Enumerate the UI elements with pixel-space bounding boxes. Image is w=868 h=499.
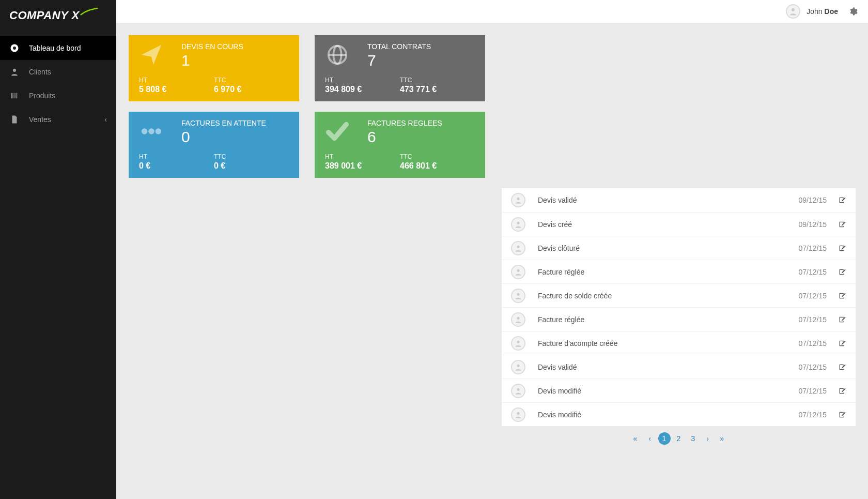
user-icon bbox=[9, 67, 20, 77]
activity-item[interactable]: Facture de solde créée07/12/15 bbox=[502, 283, 856, 307]
file-icon bbox=[9, 114, 20, 125]
pagination-last[interactable]: » bbox=[716, 432, 729, 445]
edit-icon[interactable] bbox=[838, 315, 846, 324]
svg-point-8 bbox=[517, 364, 519, 367]
activity-date: 09/12/15 bbox=[799, 220, 827, 229]
pagination-page-3[interactable]: 3 bbox=[687, 432, 700, 445]
pagination-prev[interactable]: ‹ bbox=[644, 432, 656, 445]
edit-icon[interactable] bbox=[838, 411, 846, 419]
svg-point-10 bbox=[517, 412, 519, 414]
activity-avatar bbox=[511, 360, 525, 374]
activity-avatar bbox=[511, 193, 525, 207]
kpi-cards: DEVIS EN COURS1HT5 808 €TTC6 970 €TOTAL … bbox=[129, 35, 503, 188]
kpi-card-title: FACTURES EN ATTENTE bbox=[181, 119, 266, 127]
kpi-stat: TTC466 801 € bbox=[400, 153, 475, 171]
activity-item[interactable]: Facture réglée07/12/15 bbox=[502, 260, 856, 283]
activity-item[interactable]: Facture d'acompte créée07/12/15 bbox=[502, 331, 856, 355]
activity-item[interactable]: Facture réglée07/12/15 bbox=[502, 307, 856, 331]
activity-title: Devis modifié bbox=[538, 411, 799, 419]
kpi-card-factures-en-attente[interactable]: FACTURES EN ATTENTE0HT0 €TTC0 € bbox=[129, 112, 299, 178]
globe-icon bbox=[325, 42, 350, 67]
activity-date: 07/12/15 bbox=[799, 411, 827, 419]
svg-point-0 bbox=[792, 8, 795, 11]
svg-point-5 bbox=[517, 293, 519, 295]
edit-icon[interactable] bbox=[838, 244, 846, 252]
sidebar-item-ventes[interactable]: Ventes‹ bbox=[0, 108, 116, 131]
sidebar-item-label: Ventes bbox=[29, 115, 51, 124]
activity-item[interactable]: Devis modifié07/12/15 bbox=[502, 402, 856, 426]
activity-title: Facture réglée bbox=[538, 268, 799, 276]
sidebar-item-label: Produits bbox=[29, 92, 55, 100]
dashboard-icon bbox=[9, 43, 20, 53]
svg-point-1 bbox=[517, 198, 519, 200]
brand-swoosh-icon bbox=[80, 7, 98, 17]
edit-icon[interactable] bbox=[838, 268, 846, 276]
edit-icon[interactable] bbox=[838, 220, 846, 229]
settings-button[interactable] bbox=[848, 7, 858, 16]
activity-title: Facture réglée bbox=[538, 315, 799, 324]
kpi-stat: TTC0 € bbox=[214, 153, 289, 171]
chevron-left-icon: ‹ bbox=[104, 115, 107, 124]
pagination-first[interactable]: « bbox=[629, 432, 642, 445]
activity-avatar bbox=[511, 312, 525, 327]
activity-feed: Devis validé09/12/15Devis créé09/12/15De… bbox=[502, 188, 856, 445]
kpi-card-total-contrats[interactable]: TOTAL CONTRATS7HT394 809 €TTC473 771 € bbox=[315, 35, 485, 101]
svg-point-9 bbox=[517, 388, 519, 390]
user-name-text[interactable]: John Doe bbox=[807, 7, 838, 16]
brand-logo: COMPANY X bbox=[0, 0, 116, 31]
sidebar-item-clients[interactable]: Clients bbox=[0, 60, 116, 84]
edit-icon[interactable] bbox=[838, 339, 846, 347]
activity-title: Devis créé bbox=[538, 220, 799, 229]
kpi-stat: TTC6 970 € bbox=[214, 77, 289, 94]
avatar[interactable] bbox=[786, 4, 800, 19]
sidebar-item-label: Tableau de bord bbox=[29, 44, 81, 52]
edit-icon[interactable] bbox=[838, 292, 846, 300]
brand-name: COMPANY X bbox=[9, 9, 80, 22]
activity-date: 07/12/15 bbox=[799, 292, 827, 300]
activity-date: 07/12/15 bbox=[799, 339, 827, 347]
kpi-card-title: FACTURES REGLEES bbox=[367, 119, 442, 127]
pagination-page-1[interactable]: 1 bbox=[658, 432, 671, 445]
activity-title: Facture d'acompte créée bbox=[538, 339, 799, 347]
ellipsis-icon bbox=[139, 119, 164, 144]
edit-icon[interactable] bbox=[838, 196, 846, 204]
sidebar-item-produits[interactable]: Produits bbox=[0, 84, 116, 108]
kpi-stat: HT5 808 € bbox=[139, 77, 214, 94]
kpi-stat: TTC473 771 € bbox=[400, 77, 475, 94]
activity-date: 07/12/15 bbox=[799, 315, 827, 324]
activity-item[interactable]: Devis créé09/12/15 bbox=[502, 212, 856, 236]
gear-icon bbox=[848, 7, 858, 16]
activity-avatar bbox=[511, 289, 525, 303]
barcode-icon bbox=[9, 90, 20, 101]
kpi-stat: HT394 809 € bbox=[325, 77, 400, 94]
pagination: «‹123›» bbox=[502, 432, 856, 445]
activity-item[interactable]: Devis clôturé07/12/15 bbox=[502, 236, 856, 260]
activity-item[interactable]: Devis validé07/12/15 bbox=[502, 355, 856, 379]
activity-title: Devis validé bbox=[538, 196, 799, 204]
sidebar-item-tableau-de-bord[interactable]: Tableau de bord bbox=[0, 36, 116, 60]
kpi-card-count: 7 bbox=[367, 52, 376, 69]
activity-title: Devis validé bbox=[538, 363, 799, 371]
activity-avatar bbox=[511, 384, 525, 398]
sidebar-item-label: Clients bbox=[29, 68, 51, 76]
check-icon bbox=[325, 119, 350, 144]
kpi-card-factures-reglees[interactable]: FACTURES REGLEES6HT389 001 €TTC466 801 € bbox=[315, 112, 485, 178]
activity-date: 07/12/15 bbox=[799, 244, 827, 252]
paper-plane-icon bbox=[139, 42, 164, 67]
sidebar-nav: Tableau de bordClientsProduitsVentes‹ bbox=[0, 36, 116, 131]
edit-icon[interactable] bbox=[838, 387, 846, 395]
kpi-card-devis-en-cours[interactable]: DEVIS EN COURS1HT5 808 €TTC6 970 € bbox=[129, 35, 299, 101]
activity-item[interactable]: Devis modifié07/12/15 bbox=[502, 379, 856, 402]
kpi-stat: HT389 001 € bbox=[325, 153, 400, 171]
activity-avatar bbox=[511, 241, 525, 255]
activity-date: 07/12/15 bbox=[799, 363, 827, 371]
activity-item[interactable]: Devis validé09/12/15 bbox=[502, 188, 856, 212]
kpi-card-title: TOTAL CONTRATS bbox=[367, 42, 431, 51]
edit-icon[interactable] bbox=[838, 363, 846, 371]
activity-date: 07/12/15 bbox=[799, 387, 827, 395]
pagination-page-2[interactable]: 2 bbox=[673, 432, 685, 445]
pagination-next[interactable]: › bbox=[702, 432, 714, 445]
activity-title: Facture de solde créée bbox=[538, 292, 799, 300]
activity-avatar bbox=[511, 407, 525, 422]
activity-avatar bbox=[511, 265, 525, 279]
